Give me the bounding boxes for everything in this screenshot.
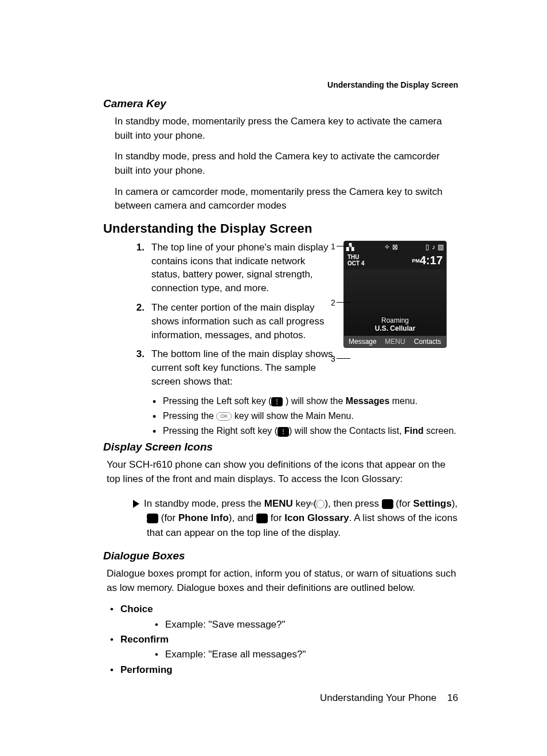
list-item: Example: "Erase all messages?" bbox=[155, 647, 458, 662]
roaming-label: Roaming bbox=[381, 316, 409, 324]
ok-key-icon: OK bbox=[216, 412, 232, 421]
carrier-label: U.S. Cellular bbox=[375, 324, 416, 332]
callout-1: 1 bbox=[331, 242, 335, 251]
softkey-mid: MENU bbox=[379, 338, 412, 346]
vibrate-icon: ✧ bbox=[384, 243, 390, 251]
list-item: Choice Example: "Save message?" bbox=[110, 602, 458, 632]
list-text: The bottom line of the main display show… bbox=[151, 347, 333, 388]
list-item: Pressing the Right soft key (⋮) will sho… bbox=[153, 424, 458, 437]
list-item: 2.The center portion of the main display… bbox=[126, 301, 333, 342]
body-text: In camera or camcorder mode, momentarily… bbox=[115, 185, 458, 213]
body-text: In standby mode, momentarily press the C… bbox=[115, 115, 458, 143]
heading-understanding-display: Understanding the Display Screen bbox=[103, 221, 458, 236]
left-softkey-icon: ⋮ bbox=[271, 397, 283, 407]
page-footer: Understanding Your Phone 16 bbox=[103, 692, 458, 704]
ok-key-icon: OK bbox=[317, 500, 325, 509]
list-item: 3.The bottom line of the main display sh… bbox=[126, 347, 333, 388]
list-item: Performing bbox=[110, 663, 458, 677]
no-sound-icon: ⊠ bbox=[392, 243, 398, 251]
triangle-bullet-icon bbox=[133, 500, 139, 508]
numbered-list: 1.The top line of your phone's main disp… bbox=[126, 241, 333, 389]
phone-status-bar: ▞▖ ✧⊠ ▯♪▥ bbox=[344, 241, 446, 253]
running-head: Understanding the Display Screen bbox=[103, 80, 458, 89]
body-text: Dialogue boxes prompt for action, inform… bbox=[107, 567, 458, 595]
list-item: Reconfirm Example: "Erase all messages?" bbox=[110, 632, 458, 663]
list-item: Pressing the Left soft key (⋮ ) will sho… bbox=[153, 394, 458, 408]
list-item: Pressing the OK key will show the Main M… bbox=[153, 409, 458, 422]
signal-icon: ▞▖ bbox=[346, 243, 357, 251]
list-item: Example: "Save message?" bbox=[155, 617, 458, 632]
phone-illustration: 1 2 3 ▞▖ ✧⊠ ▯♪▥ THUOCT 4 PM4:17 bbox=[343, 241, 458, 348]
body-text: Your SCH-r610 phone can show you definit… bbox=[107, 458, 458, 486]
key-2-icon: 2 bbox=[256, 514, 268, 523]
callout-3: 3 bbox=[331, 354, 335, 363]
step-instruction: In standby mode, press the MENU key (OK)… bbox=[133, 496, 458, 540]
battery-icon: ▥ bbox=[437, 243, 444, 251]
list-text: The center portion of the main display s… bbox=[151, 301, 333, 342]
definition-list: Choice Example: "Save message?" Reconfir… bbox=[110, 602, 458, 677]
key-5-icon: 5 bbox=[147, 514, 158, 523]
softkey-left: Message bbox=[346, 338, 379, 346]
music-icon: ♪ bbox=[432, 243, 435, 251]
softkey-right: Contacts bbox=[411, 338, 444, 346]
list-text: The top line of your phone's main displa… bbox=[151, 241, 333, 295]
heading-display-icons: Display Screen Icons bbox=[103, 441, 458, 453]
phone-screen: ▞▖ ✧⊠ ▯♪▥ THUOCT 4 PM4:17 Roaming U.S. C… bbox=[343, 241, 447, 348]
callout-2: 2 bbox=[331, 298, 335, 307]
heading-camera-key: Camera Key bbox=[103, 97, 458, 110]
right-softkey-icon: ⋮ bbox=[278, 427, 289, 437]
page: Understanding the Display Screen Camera … bbox=[0, 0, 547, 738]
key-9-icon: 9 bbox=[382, 499, 393, 509]
two-column: 1.The top line of your phone's main disp… bbox=[103, 241, 458, 394]
phone-wallpaper: Roaming U.S. Cellular bbox=[344, 269, 446, 336]
list-item: 1.The top line of your phone's main disp… bbox=[126, 241, 333, 295]
phone-date-time: THUOCT 4 PM4:17 bbox=[344, 253, 446, 269]
heading-dialogue-boxes: Dialogue Boxes bbox=[103, 550, 458, 562]
phone-softkeys: Message MENU Contacts bbox=[344, 336, 446, 347]
sub-bullet-list: Pressing the Left soft key (⋮ ) will sho… bbox=[153, 394, 458, 438]
body-text: In standby mode, press and hold the Came… bbox=[115, 150, 458, 178]
card-icon: ▯ bbox=[425, 243, 429, 251]
